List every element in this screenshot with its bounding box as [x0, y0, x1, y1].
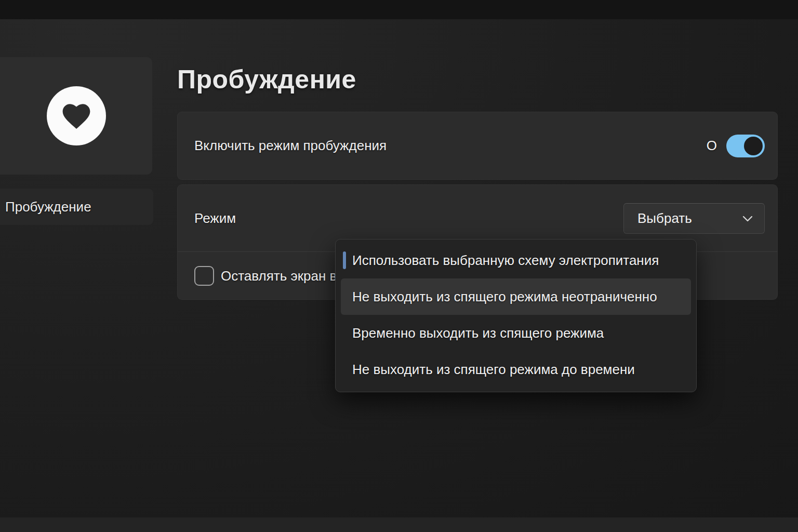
selected-option-accent-bar — [343, 251, 346, 269]
page-title: Пробуждение — [177, 64, 356, 95]
chevron-down-icon — [742, 216, 753, 222]
wake-mode-toggle-card: Включить режим пробуждения О — [177, 112, 778, 180]
keep-screen-checkbox[interactable] — [194, 266, 214, 286]
settings-page-background: Пробуждение Пробуждение Включить режим п… — [0, 0, 798, 532]
dropdown-option-wake-temporarily[interactable]: Временно выходить из спящего режима — [336, 315, 696, 351]
dropdown-option-stay-awake-until-time[interactable]: Не выходить из спящего режима до времени — [336, 351, 696, 388]
taskbar-strip — [0, 517, 798, 532]
mode-dropdown-flyout: Использовать выбранную схему электропита… — [335, 239, 697, 392]
dropdown-option-label: Временно выходить из спящего режима — [352, 325, 604, 341]
sidebar-device-card[interactable] — [0, 57, 152, 175]
dropdown-option-stay-awake-unlimited[interactable]: Не выходить из спящего режима неотраниче… — [341, 278, 691, 315]
sidebar-item-wake[interactable]: Пробуждение — [0, 189, 153, 225]
toggle-thumb — [744, 137, 763, 155]
dropdown-option-label: Не выходить из спящего режима до времени — [352, 362, 635, 378]
heart-icon — [47, 86, 106, 145]
toggle-state-text: О — [707, 138, 717, 154]
wake-mode-toggle[interactable] — [726, 135, 765, 157]
dropdown-option-use-power-scheme[interactable]: Использовать выбранную схему электропита… — [336, 242, 696, 278]
keep-screen-checkbox-label: Оставлять экран в — [221, 268, 337, 284]
mode-select-button[interactable]: Выбрать — [623, 203, 765, 234]
dropdown-option-label: Использовать выбранную схему электропита… — [352, 252, 659, 269]
mode-row-label: Режим — [194, 210, 236, 227]
mode-select-label: Выбрать — [637, 210, 692, 227]
window-top-bar — [0, 0, 798, 19]
dropdown-option-label: Не выходить из спящего режима неотраниче… — [352, 289, 657, 305]
toggle-row-label: Включить режим пробуждения — [194, 138, 387, 154]
sidebar-item-label: Пробуждение — [5, 199, 91, 215]
